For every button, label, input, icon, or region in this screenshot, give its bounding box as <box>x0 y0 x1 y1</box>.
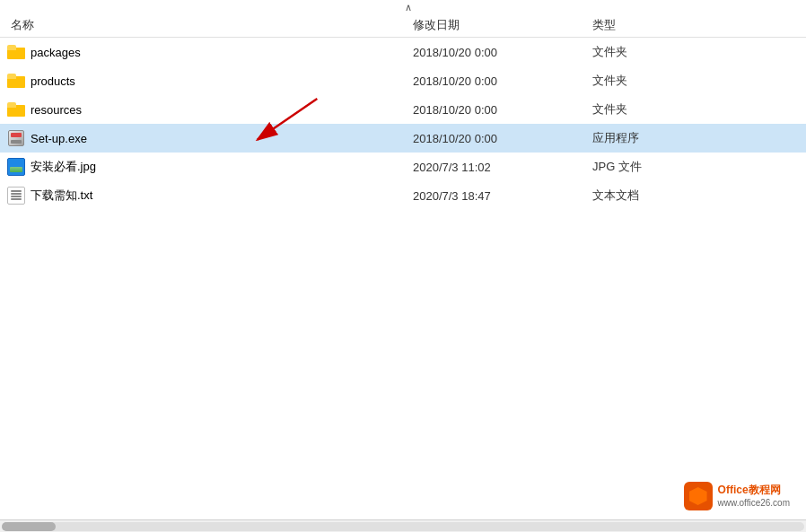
file-name-label: resources <box>31 103 82 117</box>
file-date-cell: 2018/10/20 0:00 <box>413 132 592 145</box>
table-row[interactable]: 安装必看.jpg 2020/7/3 11:02 JPG 文件 <box>0 153 806 181</box>
file-type-cell: JPG 文件 <box>592 159 754 175</box>
file-name-label: Set-up.exe <box>31 132 87 145</box>
file-name-cell: 下载需知.txt <box>0 187 413 205</box>
col-header-type[interactable]: 类型 <box>592 17 754 33</box>
file-explorer: ∧ 名称 修改日期 类型 packages 2018/10/20 0:00 文件… <box>0 0 806 532</box>
exe-icon <box>7 129 25 147</box>
col-header-date[interactable]: 修改日期 <box>413 17 592 33</box>
file-date-cell: 2020/7/3 11:02 <box>413 161 592 174</box>
file-name-cell: packages <box>0 45 413 59</box>
file-name-cell: products <box>0 74 413 88</box>
file-name-label: packages <box>31 46 81 59</box>
file-type-cell: 文件夹 <box>592 101 754 118</box>
watermark-icon <box>684 482 713 510</box>
file-name-label: products <box>31 74 75 88</box>
scrollbar-thumb[interactable] <box>2 522 56 531</box>
file-type-cell: 应用程序 <box>592 130 754 146</box>
column-headers: 名称 修改日期 类型 <box>0 13 806 38</box>
file-date-cell: 2018/10/20 0:00 <box>413 46 592 59</box>
file-date-cell: 2020/7/3 18:47 <box>413 189 592 203</box>
watermark: Office教程网 www.office26.com <box>677 478 797 514</box>
table-row[interactable]: packages 2018/10/20 0:00 文件夹 <box>0 38 806 66</box>
folder-icon <box>7 102 25 117</box>
txt-icon <box>7 187 25 205</box>
folder-icon <box>7 45 25 59</box>
site-name: Office教程网 <box>718 484 790 498</box>
horizontal-scrollbar[interactable] <box>0 519 806 532</box>
col-header-name[interactable]: 名称 <box>0 17 413 33</box>
table-row[interactable]: products 2018/10/20 0:00 文件夹 <box>0 66 806 95</box>
file-name-label: 下载需知.txt <box>31 188 92 204</box>
table-row[interactable]: 下载需知.txt 2020/7/3 18:47 文本文档 <box>0 181 806 210</box>
file-name-cell: Set-up.exe <box>0 129 413 147</box>
file-name-label: 安装必看.jpg <box>31 159 96 175</box>
sort-up-icon: ∧ <box>405 2 412 13</box>
watermark-text: Office教程网 www.office26.com <box>718 484 790 510</box>
file-date-cell: 2018/10/20 0:00 <box>413 74 592 88</box>
sort-arrow-area: ∧ <box>0 0 806 13</box>
file-name-cell: 安装必看.jpg <box>0 158 413 176</box>
jpg-icon <box>7 158 25 176</box>
scrollbar-track[interactable] <box>2 522 804 531</box>
table-row[interactable]: resources 2018/10/20 0:00 文件夹 <box>0 95 806 124</box>
file-type-cell: 文件夹 <box>592 44 754 60</box>
file-type-cell: 文件夹 <box>592 73 754 89</box>
folder-icon <box>7 74 25 88</box>
file-type-cell: 文本文档 <box>592 188 754 204</box>
file-name-cell: resources <box>0 102 413 117</box>
site-url: www.office26.com <box>718 497 790 509</box>
file-date-cell: 2018/10/20 0:00 <box>413 103 592 117</box>
file-list: packages 2018/10/20 0:00 文件夹 products 20… <box>0 38 806 519</box>
table-row[interactable]: Set-up.exe 2018/10/20 0:00 应用程序 <box>0 124 806 153</box>
